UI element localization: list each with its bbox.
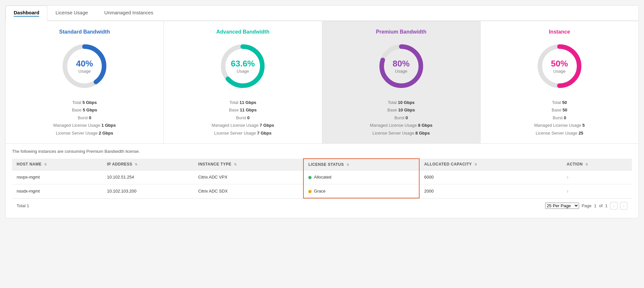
donut-usage-label: Usage <box>78 68 91 73</box>
stat-total: Total 50 <box>486 99 633 106</box>
stat-total: Total 5 Gbps <box>11 99 158 106</box>
card-title: Advanced Bandwidth <box>169 29 316 35</box>
td-instance_type: Citrix ADC VPX <box>194 170 304 184</box>
th-license_status[interactable]: LICENSE STATUS ⇅ <box>303 159 419 170</box>
tab-unmanaged-instances[interactable]: Unmanaged Instances <box>96 6 161 21</box>
action-chevron[interactable]: › <box>567 174 568 180</box>
page-label: Page <box>582 203 591 208</box>
stat-license-server: License Server Usage 8 Gbps <box>328 129 475 137</box>
table-header-row: HOST NAME ⇅IP ADDRESS ⇅INSTANCE TYPE ⇅LI… <box>12 159 632 170</box>
card-title: Premium Bandwidth <box>328 29 475 35</box>
donut-chart: 50% Usage <box>533 40 586 92</box>
page-number: 1 <box>594 203 596 208</box>
donut-percent: 50% <box>551 59 568 68</box>
card-title: Standard Bandwidth <box>11 29 158 35</box>
card-stats: Total 5 Gbps Base 5 Gbps Burst 0 Managed… <box>11 99 158 137</box>
donut-percent: 40% <box>76 59 93 68</box>
table-footer: Total 1 25 Per Page50 Per Page100 Per Pa… <box>12 198 632 213</box>
total-pages: 1 <box>605 203 607 208</box>
card-advanced-bandwidth: Advanced Bandwidth 63.6% Usage Total 11 … <box>164 21 322 143</box>
of-label: of <box>599 203 603 208</box>
table-row: nsvpx-mgmt10.102.51.254Citrix ADC VPXAll… <box>12 170 632 184</box>
td-instance_type: Citrix ADC SDX <box>194 184 304 198</box>
status-dot <box>308 190 312 193</box>
instances-table: HOST NAME ⇅IP ADDRESS ⇅INSTANCE TYPE ⇅LI… <box>12 158 632 198</box>
stat-license-server: License Server Usage 7 Gbps <box>169 129 316 137</box>
td-allocated_capacity: 6000 <box>419 170 562 184</box>
donut-percent: 63.6% <box>231 59 255 68</box>
th-host_name[interactable]: HOST NAME ⇅ <box>12 159 102 170</box>
action-chevron[interactable]: › <box>567 188 568 194</box>
prev-page-button[interactable]: ‹ <box>610 202 617 209</box>
cards-row: Standard Bandwidth 40% Usage Total 5 Gbp… <box>6 21 638 144</box>
td-license_status: Allocated <box>303 170 419 184</box>
card-stats: Total 10 Gbps Base 10 Gbps Burst 0 Manag… <box>328 99 475 137</box>
stat-managed-license: Managed License Usage 7 Gbps <box>169 122 316 129</box>
stat-managed-license: Managed License Usage 8 Gbps <box>328 122 475 129</box>
stat-base: Base 5 Gbps <box>11 106 158 114</box>
th-allocated_capacity[interactable]: ALLOCATED CAPACITY ⇅ <box>419 159 562 170</box>
per-page-wrapper[interactable]: 25 Per Page50 Per Page100 Per Page <box>545 203 579 209</box>
sort-icon: ⇅ <box>474 163 477 166</box>
sort-icon: ⇅ <box>346 163 349 166</box>
table-body: nsvpx-mgmt10.102.51.254Citrix ADC VPXAll… <box>12 170 632 198</box>
td-ip_address: 10.102.103.200 <box>102 184 194 198</box>
th-ip_address[interactable]: IP ADDRESS ⇅ <box>102 159 194 170</box>
per-page-select[interactable]: 25 Per Page50 Per Page100 Per Page <box>545 203 579 209</box>
td-action[interactable]: › <box>562 170 632 184</box>
total-count: Total 1 <box>17 203 29 208</box>
sort-icon: ⇅ <box>135 163 138 166</box>
status-dot <box>308 176 312 179</box>
td-action[interactable]: › <box>562 184 632 198</box>
td-host_name: nsvpx-mgmt <box>12 170 102 184</box>
table-section: The following instances are consuming Pr… <box>6 144 638 218</box>
stat-total: Total 10 Gbps <box>328 99 475 106</box>
donut-percent: 80% <box>393 59 410 68</box>
th-instance_type[interactable]: INSTANCE TYPE ⇅ <box>194 159 304 170</box>
table-note: The following instances are consuming Pr… <box>12 149 632 154</box>
sort-icon: ⇅ <box>585 163 588 166</box>
stat-burst: Burst 0 <box>328 114 475 122</box>
stat-managed-license: Managed License Usage 1 Gbps <box>11 122 158 129</box>
td-ip_address: 10.102.51.254 <box>102 170 194 184</box>
donut-label: 80% Usage <box>393 59 410 74</box>
td-license_status: Grace <box>303 184 419 198</box>
stat-base: Base 10 Gbps <box>328 106 475 114</box>
card-title: Instance <box>486 29 633 35</box>
donut-chart: 63.6% Usage <box>217 40 269 92</box>
td-allocated_capacity: 2000 <box>419 184 562 198</box>
donut-chart: 40% Usage <box>58 40 111 92</box>
donut-chart: 80% Usage <box>375 40 427 92</box>
stat-burst: Burst 0 <box>11 114 158 122</box>
th-action[interactable]: ACTION ⇅ <box>562 159 632 170</box>
donut-label: 40% Usage <box>76 59 93 74</box>
tabs-bar: Dashboard License Usage Unmanaged Instan… <box>6 6 638 21</box>
sort-icon: ⇅ <box>44 163 47 166</box>
stat-license-server: License Server Usage 2 Gbps <box>11 129 158 137</box>
stat-license-server: License Server Usage 25 <box>486 129 633 137</box>
card-instance: Instance 50% Usage Total 50 Base 50 Burs… <box>481 21 638 143</box>
sort-icon: ⇅ <box>234 163 237 166</box>
stat-base: Base 11 Gbps <box>169 106 316 114</box>
stat-managed-license: Managed License Usage 5 <box>486 122 633 129</box>
stat-total: Total 11 Gbps <box>169 99 316 106</box>
stat-burst: Burst 0 <box>169 114 316 122</box>
card-stats: Total 11 Gbps Base 11 Gbps Burst 0 Manag… <box>169 99 316 137</box>
donut-usage-label: Usage <box>553 68 566 73</box>
td-host_name: nssdx-mgmt <box>12 184 102 198</box>
stat-burst: Burst 0 <box>486 114 633 122</box>
card-premium-bandwidth: Premium Bandwidth 80% Usage Total 10 Gbp… <box>322 21 481 143</box>
pagination-controls: 25 Per Page50 Per Page100 Per Page Page … <box>545 202 627 209</box>
stat-base: Base 50 <box>486 106 633 114</box>
donut-usage-label: Usage <box>395 68 407 73</box>
next-page-button[interactable]: › <box>620 202 627 209</box>
tab-license-usage[interactable]: License Usage <box>47 6 96 21</box>
card-stats: Total 50 Base 50 Burst 0 Managed License… <box>486 99 633 137</box>
donut-usage-label: Usage <box>237 68 249 73</box>
tab-dashboard[interactable]: Dashboard <box>6 6 47 21</box>
donut-label: 50% Usage <box>551 59 568 74</box>
donut-label: 63.6% Usage <box>231 59 255 74</box>
card-standard-bandwidth: Standard Bandwidth 40% Usage Total 5 Gbp… <box>6 21 164 143</box>
table-row: nssdx-mgmt10.102.103.200Citrix ADC SDXGr… <box>12 184 632 198</box>
page-wrapper: Dashboard License Usage Unmanaged Instan… <box>5 5 639 218</box>
